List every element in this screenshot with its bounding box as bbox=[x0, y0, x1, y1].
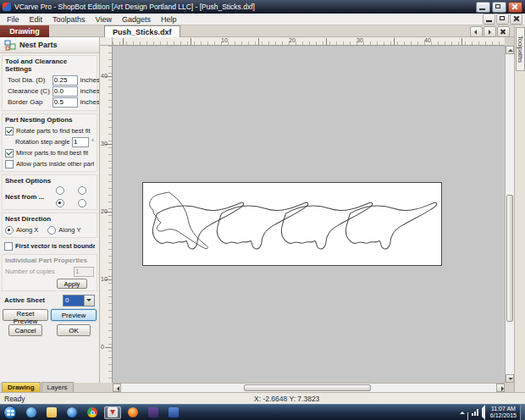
drawing-side-tab[interactable]: Drawing bbox=[0, 25, 49, 37]
clock-time: 11:07 AM bbox=[490, 406, 517, 412]
ruler-h-label: 30 bbox=[356, 37, 363, 43]
mirror-parts-checkbox[interactable] bbox=[5, 149, 14, 158]
preview-button[interactable]: Preview bbox=[51, 309, 97, 321]
individual-group-title: Individual Part Properties bbox=[5, 257, 94, 264]
tool-dia-label: Tool Dia. (D) bbox=[8, 76, 50, 84]
sheet-group-title: Sheet Options bbox=[5, 177, 94, 185]
minimize-button[interactable] bbox=[476, 2, 490, 13]
border-gap-input[interactable] bbox=[52, 97, 78, 108]
first-vector-checkbox[interactable] bbox=[4, 242, 13, 251]
ruler-h-label: 10 bbox=[221, 37, 228, 43]
vertical-scroll-thumb[interactable] bbox=[506, 195, 513, 322]
reset-preview-button[interactable]: Reset Preview bbox=[3, 309, 48, 321]
cancel-button[interactable]: Cancel bbox=[8, 324, 42, 336]
scroll-up-button[interactable] bbox=[506, 46, 514, 54]
internet-explorer-icon[interactable] bbox=[23, 406, 40, 419]
active-sheet-dropdown[interactable]: 0 bbox=[63, 295, 95, 307]
taskbar-clock[interactable]: 11:07 AM 6/12/2015 bbox=[490, 406, 517, 420]
along-y-radio[interactable] bbox=[47, 226, 56, 235]
tab-close-button[interactable] bbox=[497, 26, 510, 37]
menu-toolpaths[interactable]: Toolpaths bbox=[47, 14, 91, 25]
clock-date: 6/12/2015 bbox=[490, 412, 517, 419]
media-player-icon[interactable] bbox=[64, 406, 80, 419]
tool-dia-input[interactable] bbox=[52, 75, 78, 86]
word-icon[interactable] bbox=[165, 406, 182, 419]
show-desktop-button[interactable] bbox=[520, 405, 525, 420]
ruler-v-label: 0 bbox=[101, 344, 104, 350]
chrome-icon[interactable] bbox=[84, 406, 101, 419]
ruler-h-label: 20 bbox=[289, 37, 296, 43]
explorer-folder-icon[interactable] bbox=[43, 406, 60, 419]
individual-part-group: Individual Part Properties Number of cop… bbox=[2, 254, 97, 291]
clearance-label: Clearance (C) bbox=[8, 87, 50, 95]
title-bar: VCarve Pro - ShopBot Edition [Art Design… bbox=[0, 0, 525, 14]
app-icon bbox=[3, 3, 11, 11]
nest-parts-panel: Nest Parts Tool and Clearance Settings T… bbox=[0, 37, 100, 383]
tab-navigation bbox=[469, 26, 510, 37]
volume-icon[interactable] bbox=[482, 408, 485, 417]
network-icon[interactable] bbox=[472, 409, 478, 416]
corner-top-right-radio[interactable] bbox=[78, 186, 86, 195]
clearance-input[interactable] bbox=[52, 86, 78, 97]
tab-row: Drawing Push_Sticks.dxf bbox=[0, 25, 525, 37]
allow-inside-checkbox[interactable] bbox=[5, 160, 14, 169]
first-vector-label: First vector is nest boundary bbox=[15, 242, 95, 250]
direction-group-title: Nest Direction bbox=[5, 215, 94, 223]
horizontal-scroll-thumb[interactable] bbox=[244, 384, 371, 391]
doc-close-button[interactable] bbox=[510, 14, 522, 25]
nest-from-corner-selector bbox=[56, 186, 85, 207]
corner-top-left-radio[interactable] bbox=[56, 186, 64, 195]
vertical-ruler: 403020100 bbox=[100, 46, 113, 383]
active-sheet-label: Active Sheet bbox=[4, 296, 60, 304]
scroll-down-button[interactable] bbox=[506, 374, 514, 383]
tool-group-title: Tool and Clearance Settings bbox=[5, 58, 94, 73]
nest-from-label: Nest from ... bbox=[5, 193, 44, 201]
toolpaths-tab-label: Toolpaths bbox=[517, 36, 524, 63]
scroll-right-button[interactable] bbox=[496, 384, 505, 392]
push-stick-vectors bbox=[143, 183, 441, 265]
tray-expand-icon[interactable] bbox=[460, 412, 465, 414]
maximize-button[interactable] bbox=[492, 2, 506, 13]
menu-edit[interactable]: Edit bbox=[25, 14, 48, 25]
corner-bottom-left-radio[interactable] bbox=[56, 199, 64, 207]
document-tab[interactable]: Push_Sticks.dxf bbox=[104, 25, 180, 37]
ok-button[interactable]: OK bbox=[57, 324, 91, 336]
horizontal-scrollbar[interactable] bbox=[113, 383, 505, 392]
close-button[interactable] bbox=[508, 2, 522, 13]
along-y-label: Along Y bbox=[58, 226, 80, 234]
tab-layers[interactable]: Layers bbox=[41, 382, 74, 392]
copies-input bbox=[74, 267, 94, 277]
tab-drawing[interactable]: Drawing bbox=[2, 382, 41, 392]
start-button[interactable] bbox=[3, 406, 17, 419]
drawing-canvas[interactable] bbox=[113, 46, 505, 383]
bottom-tab-strip: Drawing Layers bbox=[0, 383, 113, 392]
toolpaths-tab[interactable]: Toolpaths bbox=[516, 27, 525, 71]
tab-scroll-left-button[interactable] bbox=[470, 26, 483, 37]
along-x-label: Along X bbox=[16, 226, 38, 234]
menu-help[interactable]: Help bbox=[156, 14, 182, 25]
firefox-icon[interactable] bbox=[124, 406, 141, 419]
menu-gadgets[interactable]: Gadgets bbox=[117, 14, 156, 25]
menu-bar: File Edit Toolpaths View Gadgets Help bbox=[0, 14, 525, 25]
along-x-radio[interactable] bbox=[5, 226, 14, 235]
doc-minimize-button[interactable] bbox=[483, 14, 495, 25]
cursor-coordinates: X: -2.6648 Y: 7.3823 bbox=[254, 395, 319, 403]
vcarve-taskbar-icon[interactable] bbox=[104, 406, 121, 419]
menu-file[interactable]: File bbox=[2, 14, 25, 25]
rotate-parts-checkbox[interactable] bbox=[5, 127, 14, 135]
powerpoint-icon[interactable] bbox=[145, 406, 162, 419]
scroll-left-button[interactable] bbox=[113, 384, 121, 392]
rotation-step-unit: ° bbox=[91, 138, 94, 146]
active-sheet-value: 0 bbox=[64, 296, 84, 306]
border-gap-unit: inches bbox=[80, 98, 99, 106]
rotation-step-input[interactable] bbox=[72, 137, 89, 147]
document-window-controls bbox=[482, 14, 522, 25]
tab-scroll-right-button[interactable] bbox=[484, 26, 496, 37]
sheet-options-group: Sheet Options Nest from ... bbox=[2, 174, 97, 210]
allow-inside-label: Allow parts inside other parts bbox=[16, 160, 94, 168]
vertical-scrollbar[interactable] bbox=[505, 46, 514, 383]
corner-bottom-right-radio[interactable] bbox=[78, 199, 86, 207]
copies-label: Number of copies bbox=[5, 268, 71, 275]
doc-restore-button[interactable] bbox=[496, 14, 509, 25]
menu-view[interactable]: View bbox=[91, 14, 117, 25]
